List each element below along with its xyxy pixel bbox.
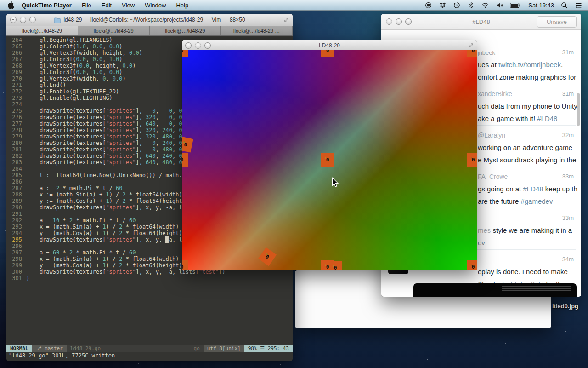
scrollbar-thumb[interactable] bbox=[577, 93, 580, 126]
minimize-button[interactable] bbox=[396, 18, 402, 25]
tweet-text-line: working on an adventure game bbox=[478, 144, 577, 151]
menu-item-view[interactable]: View bbox=[122, 2, 135, 9]
close-button[interactable] bbox=[10, 17, 17, 23]
minimize-button[interactable] bbox=[20, 17, 26, 23]
game-sprite: +0 bbox=[321, 50, 334, 57]
sprite-center-marker: + bbox=[324, 263, 327, 267]
tweet-link[interactable]: #LD48 bbox=[523, 185, 543, 193]
terminal-tab-bar: lloeki@…/ld48-29lloeki@…/ld48-29lloeki@…… bbox=[6, 26, 293, 36]
status-icons bbox=[418, 2, 521, 9]
game-sprite: +0 bbox=[467, 153, 477, 167]
game-window-title: LD48-29 bbox=[182, 42, 477, 49]
volume-icon[interactable] bbox=[496, 2, 503, 9]
sprite-center-marker: + bbox=[324, 155, 327, 160]
game-sprite: +0 bbox=[321, 153, 334, 167]
terminal-titlebar[interactable]: ld48-29 — lloeki@Coriolis: ~/Workspace/p… bbox=[6, 14, 293, 26]
code-line: 300 drawSprite(textures["sprites"], x, y… bbox=[6, 269, 293, 275]
record-stop-icon[interactable] bbox=[424, 2, 432, 9]
game-sprite: +0 bbox=[182, 153, 188, 167]
tweet-text-line: e Myst soundtrack playing in the bbox=[478, 156, 577, 164]
mouse-cursor bbox=[332, 177, 339, 188]
close-button[interactable] bbox=[185, 42, 192, 49]
tweet-link[interactable]: #LD48 bbox=[537, 115, 557, 122]
game-sprite: +0 bbox=[467, 260, 477, 270]
vim-statusline: NORMAL ⎇ master ld48-29.go go utf-8[unix… bbox=[6, 345, 293, 352]
terminal-window-title: ld48-29 — lloeki@Coriolis: ~/Workspace/p… bbox=[6, 17, 293, 23]
zoom-button[interactable] bbox=[29, 17, 36, 23]
tweet-text-line: gs going on at #LD48 keep up the bbox=[478, 185, 577, 193]
battery-icon[interactable] bbox=[510, 2, 521, 9]
tweet-author[interactable]: FA_Crowe bbox=[478, 173, 508, 180]
sprite-label: 0 bbox=[182, 50, 183, 53]
menu-item-window[interactable]: Window bbox=[145, 2, 166, 9]
fullscreen-icon[interactable] bbox=[469, 43, 474, 48]
menu-item-edit[interactable]: Edit bbox=[102, 2, 112, 9]
menu-bar: QuickTime Player FileEditViewWindowHelp … bbox=[0, 0, 588, 11]
terminal-tab-4[interactable]: lloeki@…/ld48-29 … bbox=[221, 26, 293, 35]
tweet-timestamp: 31m bbox=[562, 49, 574, 56]
terminal-tab-1[interactable]: lloeki@…/ld48-29 bbox=[6, 26, 78, 35]
menu-clock[interactable]: Sat 19:43 bbox=[528, 2, 554, 9]
vim-filetype: go bbox=[190, 345, 204, 352]
game-sprite: +0 bbox=[329, 261, 342, 270]
tweet-text-line: uch data from my phone to Unity, bbox=[478, 102, 577, 110]
active-app-name[interactable]: QuickTime Player bbox=[22, 2, 72, 9]
vim-encoding: utf-8[unix] bbox=[204, 345, 244, 352]
game-window: LD48-29 +0+0+0+0+0+0+0+0+0+0+0+0 bbox=[182, 40, 477, 270]
minimize-button[interactable] bbox=[195, 42, 201, 49]
terminal-tab-2[interactable]: lloeki@…/ld48-29 bbox=[78, 26, 150, 35]
game-traffic-lights bbox=[185, 42, 211, 49]
game-sprite: +0 bbox=[182, 260, 188, 270]
game-canvas[interactable]: +0+0+0+0+0+0+0+0+0+0+0+0 bbox=[182, 50, 477, 270]
sprite-center-marker: + bbox=[332, 264, 334, 268]
game-sprite: +0 bbox=[182, 136, 193, 152]
twitter-traffic-lights bbox=[386, 18, 412, 25]
git-branch-name: master bbox=[45, 345, 63, 351]
tweet-text-line: mes style we are making it in a bbox=[478, 226, 577, 234]
apple-menu-icon[interactable] bbox=[7, 1, 14, 9]
tweet-timestamp: 34m bbox=[562, 256, 574, 263]
tweet-author[interactable]: @Laralyn bbox=[478, 132, 505, 139]
git-branch-icon: ⎇ bbox=[36, 345, 42, 351]
tweet-text-line: ues at twitch.tv/tomrijnbeek. bbox=[478, 61, 577, 69]
vim-filename: ld48-29.go bbox=[67, 345, 104, 352]
tweet-timestamp: 31m bbox=[562, 90, 574, 97]
sprite-center-marker: + bbox=[324, 50, 327, 51]
desktop-file-label[interactable]: itled0.jpg bbox=[552, 303, 578, 310]
tweet-link[interactable]: ev bbox=[478, 239, 485, 247]
tweet-image-text bbox=[502, 286, 571, 297]
twitter-titlebar[interactable]: #LD48 Unsave bbox=[381, 14, 581, 30]
game-sprite: +0 bbox=[258, 247, 277, 266]
tweet-text-line: ake a game with it! #LD48 bbox=[478, 115, 577, 122]
zoom-button[interactable] bbox=[204, 42, 211, 49]
wifi-icon[interactable] bbox=[481, 2, 489, 9]
fullscreen-icon[interactable] bbox=[284, 17, 289, 23]
zoom-button[interactable] bbox=[405, 18, 412, 25]
unsave-button[interactable]: Unsave bbox=[537, 16, 577, 28]
close-button[interactable] bbox=[386, 18, 392, 25]
terminal-tab-3[interactable]: lloeki@…/ld48-29 bbox=[150, 26, 221, 35]
tweet-text-line: eplay is done. I need to make bbox=[478, 268, 577, 276]
tweet-link[interactable]: #gamedev bbox=[520, 197, 553, 205]
notification-center-icon[interactable] bbox=[575, 2, 582, 9]
menu-item-help[interactable]: Help bbox=[176, 2, 188, 9]
folder-icon bbox=[54, 17, 61, 23]
menu-items: FileEditViewWindowHelp bbox=[82, 2, 198, 9]
vim-mode-indicator: NORMAL bbox=[6, 345, 32, 352]
dropbox-icon[interactable] bbox=[439, 2, 447, 9]
game-sprite: +0 bbox=[467, 50, 477, 57]
tweet-author[interactable]: xanderBirke bbox=[478, 90, 512, 98]
tweet-timestamp: 32m bbox=[562, 132, 574, 138]
vim-position: 98% ☰ 295: 43 bbox=[244, 345, 293, 352]
tweet-link[interactable]: twitch.tv/tomrijnbeek bbox=[498, 61, 561, 69]
tweet-image[interactable] bbox=[413, 283, 577, 297]
time-machine-icon[interactable] bbox=[453, 2, 461, 9]
tweet-timestamp: 33m bbox=[562, 173, 574, 180]
menu-item-file[interactable]: File bbox=[82, 2, 91, 9]
desktop: itled0.jpg #LD48 Unsave Tom Rijnbeek @to… bbox=[0, 0, 588, 368]
spotlight-icon[interactable] bbox=[560, 2, 568, 9]
game-titlebar[interactable]: LD48-29 bbox=[182, 40, 477, 51]
tweet-timestamp: 33m bbox=[562, 214, 574, 221]
bluetooth-icon[interactable] bbox=[467, 2, 475, 9]
terminal-traffic-lights bbox=[10, 17, 36, 23]
